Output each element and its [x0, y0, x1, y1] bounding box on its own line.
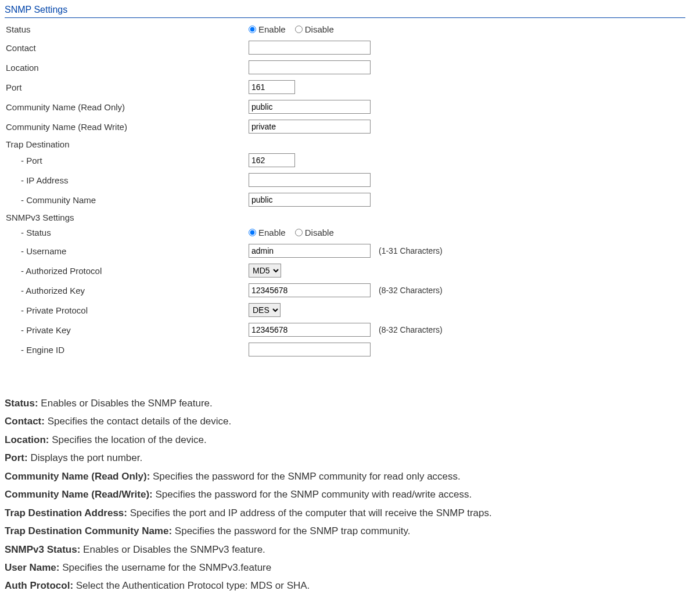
- input-port[interactable]: [249, 80, 295, 94]
- desc-port-b: Port:: [5, 452, 28, 463]
- desc-contact-t: Specifies the contact details of the dev…: [45, 416, 231, 427]
- select-v3-auth-proto[interactable]: MD5: [249, 264, 281, 278]
- desc-location-b: Location:: [5, 434, 49, 445]
- descriptions-block: Status: Enables or Disables the SNMP fea…: [5, 394, 685, 595]
- label-v3-status: - Status: [5, 228, 249, 237]
- radio-v3-disable-label: Disable: [305, 228, 334, 237]
- radio-v3-disable[interactable]: [295, 229, 303, 236]
- hint-v3-user: (1-31 Characters): [379, 246, 443, 255]
- row-port: Port: [5, 77, 685, 97]
- row-comm-ro: Community Name (Read Only): [5, 97, 685, 117]
- row-v3-auth-key: - Authorized Key (8-32 Characters): [5, 280, 685, 300]
- input-v3-engine[interactable]: [249, 343, 371, 356]
- label-v3-user: - Username: [5, 246, 249, 256]
- input-v3-user[interactable]: [249, 244, 371, 258]
- input-trap-comm[interactable]: [249, 193, 371, 207]
- desc-comm-rw-b: Community Name (Read/Write):: [5, 489, 153, 500]
- label-v3-auth-proto: - Authorized Protocol: [5, 266, 249, 276]
- desc-contact-b: Contact:: [5, 416, 45, 427]
- desc-trap-comm-t: Specifies the password for the SNMP trap…: [172, 525, 410, 536]
- row-trap-port: - Port: [5, 150, 685, 170]
- desc-comm-rw-t: Specifies the password for the SNMP comm…: [153, 489, 472, 500]
- desc-v3-auth-b: Auth Protocol:: [5, 580, 73, 591]
- label-trap-comm: - Community Name: [5, 195, 249, 205]
- input-location[interactable]: [249, 60, 371, 74]
- label-trap-dest: Trap Destination: [5, 136, 685, 150]
- input-comm-ro[interactable]: [249, 100, 371, 114]
- desc-comm-ro-t: Specifies the password for the SNMP comm…: [150, 471, 460, 482]
- desc-trap-addr-t: Specifies the port and IP address of the…: [127, 507, 492, 518]
- row-trap-ip: - IP Address: [5, 170, 685, 190]
- radio-status-enable[interactable]: [249, 26, 256, 33]
- label-v3-settings: SNMPv3 Settings: [5, 210, 685, 224]
- label-v3-auth-key: - Authorized Key: [5, 286, 249, 296]
- desc-port-t: Displays the port number.: [28, 452, 142, 463]
- radio-enable-label: Enable: [258, 24, 286, 34]
- input-comm-rw[interactable]: [249, 120, 371, 134]
- desc-v3-auth-t: Select the Authentication Protocol type:…: [73, 580, 310, 591]
- input-v3-auth-key[interactable]: [249, 283, 371, 297]
- label-v3-priv-proto: - Private Protocol: [5, 305, 249, 315]
- radio-status-disable-wrap[interactable]: Disable: [295, 24, 334, 34]
- desc-v3-user-b: User Name:: [5, 562, 60, 573]
- desc-v3-user-t: Specifies the username for the SNMPv3.fe…: [60, 562, 272, 573]
- row-v3-priv-proto: - Private Protocol DES: [5, 300, 685, 320]
- label-status: Status: [5, 24, 249, 34]
- row-trap-comm: - Community Name: [5, 190, 685, 210]
- desc-comm-ro-b: Community Name (Read Only):: [5, 471, 150, 482]
- row-v3-engine: - Engine ID: [5, 340, 685, 359]
- label-comm-rw: Community Name (Read Write): [5, 122, 249, 132]
- label-trap-ip: - IP Address: [5, 175, 249, 185]
- radio-status-disable[interactable]: [295, 26, 303, 33]
- input-trap-port[interactable]: [249, 153, 295, 167]
- desc-trap-addr-b: Trap Destination Address:: [5, 507, 127, 518]
- desc-v3-status-b: SNMPv3 Status:: [5, 544, 80, 555]
- row-v3-status: - Status Enable Disable: [5, 224, 685, 241]
- label-trap-port: - Port: [5, 156, 249, 165]
- row-v3-user: - Username (1-31 Characters): [5, 241, 685, 261]
- row-contact: Contact: [5, 38, 685, 57]
- hint-v3-auth-key: (8-32 Characters): [379, 286, 443, 295]
- radio-disable-label: Disable: [305, 24, 334, 34]
- label-v3-engine: - Engine ID: [5, 345, 249, 355]
- desc-status-t: Enables or Disables the SNMP feature.: [38, 398, 213, 409]
- label-port: Port: [5, 82, 249, 92]
- row-location: Location: [5, 57, 685, 77]
- radio-v3-enable-label: Enable: [258, 228, 286, 237]
- row-v3-auth-proto: - Authorized Protocol MD5: [5, 261, 685, 280]
- desc-location-t: Specifies the location of the device.: [49, 434, 207, 445]
- label-v3-priv-key: - Private Key: [5, 325, 249, 335]
- input-v3-priv-key[interactable]: [249, 323, 371, 337]
- radio-status-enable-wrap[interactable]: Enable: [249, 24, 286, 34]
- label-comm-ro: Community Name (Read Only): [5, 102, 249, 112]
- desc-v3-status-t: Enables or Disables the SNMPv3 feature.: [80, 544, 265, 555]
- row-comm-rw: Community Name (Read Write): [5, 117, 685, 136]
- row-status: Status Enable Disable: [5, 20, 685, 38]
- select-v3-priv-proto[interactable]: DES: [249, 303, 281, 317]
- desc-status-b: Status:: [5, 398, 38, 409]
- radio-v3-enable-wrap[interactable]: Enable: [249, 228, 286, 237]
- radio-v3-disable-wrap[interactable]: Disable: [295, 228, 334, 237]
- label-contact: Contact: [5, 43, 249, 53]
- radio-v3-enable[interactable]: [249, 229, 256, 236]
- row-v3-priv-key: - Private Key (8-32 Characters): [5, 320, 685, 340]
- page-title: SNMP Settings: [5, 5, 685, 18]
- desc-trap-comm-b: Trap Destination Community Name:: [5, 525, 172, 536]
- input-trap-ip[interactable]: [249, 173, 371, 187]
- input-contact[interactable]: [249, 41, 371, 55]
- label-location: Location: [5, 63, 249, 73]
- hint-v3-priv-key: (8-32 Characters): [379, 325, 443, 334]
